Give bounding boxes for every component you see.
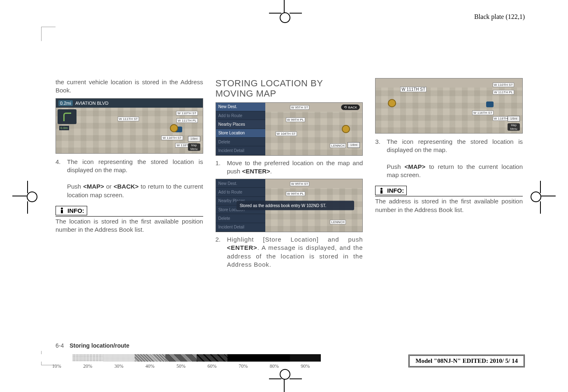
fig3-road-label: W 99TH PL	[286, 191, 305, 196]
menu-item: Incident Detail	[216, 223, 265, 232]
step-number: 4.	[56, 158, 63, 199]
column-1: the current vehicle location is stored i…	[56, 78, 203, 334]
gs-label: 20%	[72, 363, 104, 369]
gs-label: 90%	[290, 363, 321, 369]
fig2-road-label: W 95TH ST	[290, 105, 310, 110]
info-callout: INFO:	[375, 186, 407, 195]
menu-item: Add to Route	[216, 111, 265, 120]
figure-map-stored-toast: New Dest. Add to Route Nearby Places Sto…	[216, 179, 363, 232]
step-text: Highlight [Store Location] and push <ENT…	[227, 235, 363, 269]
crop-mark-right	[541, 196, 556, 196]
fig2-menu-panel: New Dest. Add to Route Nearby Places Sto…	[216, 103, 265, 155]
fig2-scale: 1/8mi	[348, 142, 360, 148]
fig1-turn-icon	[58, 109, 77, 124]
step-text: Push <MAP> to return to the current loca…	[387, 163, 523, 178]
col1-step-4: 4. The icon representing the stored loca…	[56, 158, 203, 199]
gs-label: 60%	[197, 363, 228, 369]
gs-label: 80%	[259, 363, 290, 369]
gs-label: 10%	[41, 363, 72, 369]
fig4-road-label: W 111TH PL	[493, 90, 514, 95]
gs-label: 30%	[103, 363, 134, 369]
fig4-map-menu-button: Map Menu	[508, 123, 520, 131]
info-label: INFO:	[387, 187, 404, 194]
menu-item: Nearby Places	[216, 120, 265, 129]
gs-label: 50%	[165, 363, 197, 369]
fig1-road-label: W 116TH ST	[161, 136, 183, 140]
page-body: the current vehicle location is stored i…	[56, 78, 523, 334]
fig1-road-label: W 111TH PL	[176, 118, 198, 123]
model-date: 2010/ 5/ 14	[490, 357, 518, 364]
back-pill: ⟲ BACK	[341, 104, 360, 110]
fig4-road-label: W 116TH ST	[472, 111, 494, 115]
menu-item: Delete	[216, 138, 265, 146]
fig1-scale: 1/8mi	[188, 136, 200, 142]
fig2-stored-pin-icon	[342, 125, 350, 133]
menu-item: Incident Detail	[216, 146, 265, 155]
column-3: W 111TH ST W 110TH ST W 111TH PL W 116TH…	[375, 78, 523, 334]
plate-label: Black plate (122,1)	[474, 13, 525, 21]
col3-step-3: 3. The icon representing the stored loca…	[375, 138, 523, 179]
fig4-scale: 1/8mi	[508, 116, 520, 122]
fig1-sub-distance: 0.0m	[59, 126, 69, 130]
step-number: 1.	[216, 159, 223, 176]
gs-label: 70%	[227, 363, 259, 369]
gs-label: 40%	[134, 363, 166, 369]
figure-map-menu: New Dest. Add to Route Nearby Places Sto…	[216, 102, 363, 156]
info-callout: INFO:	[56, 206, 87, 215]
step-text: Move to the preferred location on the ma…	[227, 159, 363, 176]
info-text: The location is stored in the first avai…	[56, 216, 203, 234]
fig2-road-label: W 104TH ST	[276, 131, 297, 136]
column-2: STORING LOCATION BY MOVING MAP New Dest.…	[216, 78, 363, 334]
trim-corner-tl	[41, 27, 56, 41]
info-icon	[58, 207, 65, 214]
menu-item: Add to Route	[216, 188, 265, 196]
model-edit-box: Model "08NJ-N" EDITED: 2010/ 5/ 14	[408, 355, 525, 367]
menu-item: Delete	[216, 214, 265, 223]
fig1-road-label: W 110TH ST	[176, 111, 197, 115]
fig2-road-label: W 99TH PL	[286, 118, 305, 122]
fig1-stored-pin-icon	[170, 124, 178, 132]
menu-item: Store Location	[216, 129, 265, 138]
fig3-road-label: LENNOX	[330, 220, 346, 224]
crop-mark-left	[12, 196, 27, 196]
model-code: "08NJ-N"	[434, 357, 461, 364]
col1-lead-text: the current vehicle location is stored i…	[56, 78, 203, 95]
page-footer: 6-4 Storing location/route	[56, 342, 130, 349]
grayscale-cal-strip: 10% 20% 30% 40% 50% 60% 70% 80% 90%	[41, 354, 321, 369]
figure-map-result: W 111TH ST W 110TH ST W 111TH PL W 116TH…	[375, 78, 523, 134]
fig2-road-label: LENNOX	[330, 143, 346, 148]
fig1-road-label: W 111TH ST	[118, 117, 139, 121]
model-mid: EDITED:	[461, 357, 490, 364]
fig1-map-menu-button: Map Menu	[188, 143, 200, 151]
fig4-hwy-shield-icon	[486, 101, 494, 107]
step-text: The icon representing the stored locatio…	[387, 138, 523, 153]
model-prefix: Model	[415, 357, 434, 364]
menu-item: New Dest.	[216, 179, 265, 188]
section-name: Storing location/route	[70, 342, 129, 349]
section-heading: STORING LOCATION BY MOVING MAP	[216, 78, 363, 99]
step-number: 3.	[375, 138, 383, 179]
col2-step-2: 2. Highlight [Store Location] and push <…	[216, 235, 363, 269]
info-text: The address is stored in the first avail…	[375, 196, 523, 214]
page-number: 6-4	[56, 342, 64, 349]
fig4-road-label: W 110TH ST	[493, 83, 514, 87]
fig4-road-label: W 111TH ST	[400, 87, 427, 92]
crop-mark-top	[284, 0, 285, 13]
fig1-distance: 0.2mi	[58, 100, 73, 106]
info-label: INFO:	[67, 207, 84, 214]
step-number: 2.	[216, 235, 223, 269]
step-text: Push <MAP> or <BACK> to return to the cu…	[67, 183, 203, 198]
col2-step-1: 1. Move to the preferred location on the…	[216, 159, 363, 176]
menu-item: New Dest.	[216, 103, 265, 111]
fig3-toast-message: Stored as the address book entry W 102ND…	[236, 201, 355, 210]
fig1-title: AVIATION BLVD	[75, 101, 109, 106]
info-icon	[378, 187, 385, 194]
crop-mark-bottom	[284, 379, 285, 392]
fig3-road-label: W 95TH ST	[290, 182, 310, 186]
figure-map-current-location: 0.2mi AVIATION BLVD 0.0m W 111TH ST W 11…	[56, 98, 203, 154]
step-text: The icon representing the stored locatio…	[67, 158, 203, 173]
